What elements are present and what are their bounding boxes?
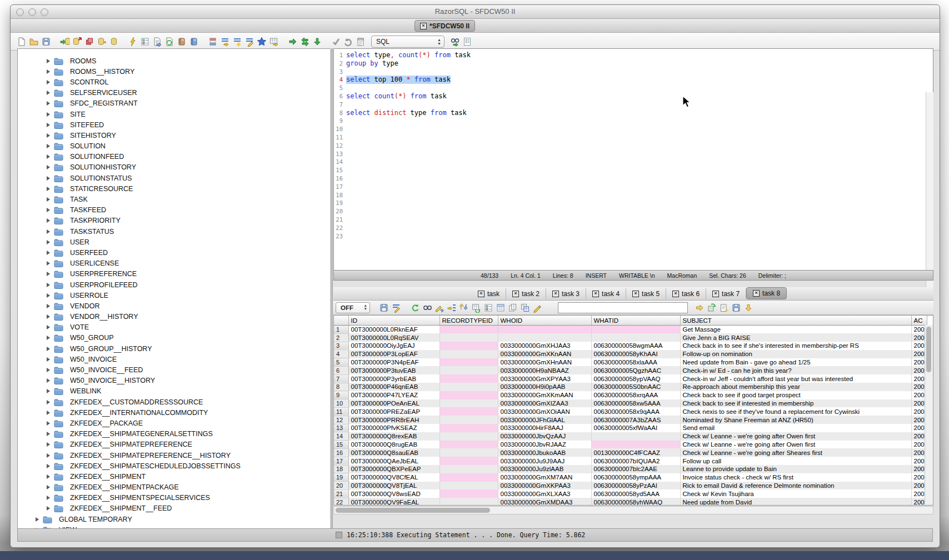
cell-id[interactable]: 00T3000000PfvKSEAZ <box>348 424 439 432</box>
editor-line-6[interactable]: 6select count(*) from task <box>334 92 933 101</box>
disclosure-triangle-icon[interactable] <box>47 101 50 106</box>
results-tab-task-4[interactable]: ×task 4 <box>586 288 626 299</box>
save-icon[interactable] <box>730 302 742 313</box>
cell-whatid[interactable]: 006300000058xrqAAA <box>591 391 680 399</box>
table-row[interactable]: 800T3000000P46qnEAB0033000000H9i0pAAB006… <box>334 383 927 391</box>
cell-whoid[interactable]: 0033000000GmXMDAA3 <box>498 498 591 506</box>
cell-whoid[interactable]: 0033000000GmXKPAA3 <box>498 482 591 490</box>
cell-id[interactable]: 00T3000000QV8CfEAL <box>348 473 439 482</box>
sql-editor[interactable]: 1select type, count(*) from task2group b… <box>333 48 933 272</box>
tree-item-userrole[interactable]: USERROLE <box>18 290 330 301</box>
copy-icon[interactable] <box>507 302 519 313</box>
cell-subject[interactable]: Check w/ Kevin Tsujihara <box>680 489 911 498</box>
disclosure-triangle-icon[interactable] <box>47 368 50 372</box>
editor-line-9[interactable]: 9 <box>334 117 933 125</box>
disclosure-triangle-icon[interactable] <box>47 378 50 383</box>
notepad-plus-icon[interactable] <box>718 302 730 313</box>
editor-line-7[interactable]: 7 <box>334 101 933 109</box>
cell-whatid[interactable]: 00630000005xfWaAAI <box>591 424 680 432</box>
cell-recordtypeid[interactable] <box>439 333 498 342</box>
tree-item-site[interactable]: SITE <box>18 109 330 119</box>
cell-whatid[interactable] <box>591 333 680 342</box>
tree-item-zkfedex-customaddresssource[interactable]: ZKFEDEX__CUSTOMADDRESSSOURCE <box>18 397 330 407</box>
tree-item-rooms[interactable]: ROOMS <box>18 56 330 66</box>
lines-pencil-icon[interactable] <box>243 36 256 47</box>
lines-plus-icon[interactable] <box>231 36 243 47</box>
table-page-icon[interactable] <box>495 302 507 313</box>
table-row[interactable]: 2100T3000000QV8wsEAD0033000000GmXLXAA300… <box>334 489 927 498</box>
cell-whoid[interactable]: 0033000000GmXPYAA3 <box>498 374 591 383</box>
table-row[interactable]: 1100T3000000PREZaEAP0033000000GmXOiAAN00… <box>334 407 927 416</box>
cell-recordtypeid[interactable] <box>439 350 498 358</box>
tab-close-icon[interactable]: × <box>478 291 485 297</box>
tree-item-zkfedex-shipment[interactable]: ZKFEDEX__SHIPMENT <box>18 471 330 482</box>
editor-line-22[interactable]: 22 <box>334 224 933 232</box>
disclosure-triangle-icon[interactable] <box>47 187 50 191</box>
cell-id[interactable]: 00T3000000QAeJbEAL <box>348 457 439 465</box>
cell-subject[interactable]: Need update from Bain - gave go ahead 1/… <box>680 358 911 367</box>
colored-list-icon[interactable] <box>207 36 219 47</box>
tab-close-icon[interactable]: × <box>712 291 719 297</box>
close-button[interactable] <box>16 8 24 16</box>
editor-line-16[interactable]: 16 <box>334 174 933 183</box>
cell-id[interactable]: 00T3000000P3N4pEAF <box>348 358 439 367</box>
editor-line-19[interactable]: 19 <box>334 199 933 207</box>
results-tab-task-7[interactable]: ×task 7 <box>706 288 746 299</box>
tree-item-taskpriority[interactable]: TASKPRIORITY <box>18 216 330 226</box>
editor-line-4[interactable]: 4select top 100 * from task <box>334 76 933 84</box>
editor-line-5[interactable]: 5 <box>334 84 933 92</box>
blue-book-icon[interactable] <box>188 36 200 47</box>
tree-item-taskstatus[interactable]: TASKSTATUS <box>18 226 330 237</box>
cell-id[interactable]: 00T3000000Q8rugEAB <box>348 441 439 449</box>
disclosure-triangle-icon[interactable] <box>47 442 50 447</box>
column-header-whoid[interactable]: WHOID <box>498 316 591 326</box>
cell-recordtypeid[interactable] <box>439 407 498 416</box>
tree-item-taskfeed[interactable]: TASKFEED <box>18 205 330 216</box>
cell-recordtypeid[interactable] <box>439 399 498 408</box>
cell-whatid[interactable] <box>591 441 680 449</box>
table-row[interactable]: 500T3000000P3N4pEAF0033000000GmXHnAAN006… <box>334 358 927 367</box>
disclosure-triangle-icon[interactable] <box>47 464 50 468</box>
column-header-whatid[interactable]: WHATID <box>591 316 680 326</box>
cell-recordtypeid[interactable] <box>439 498 498 506</box>
cell-whatid[interactable]: 006300000058yKhAAI <box>591 350 680 358</box>
cell-subject[interactable]: Check-in w/ Jeff - couldn't afford last … <box>680 374 911 383</box>
editor-line-15[interactable]: 15 <box>334 166 933 174</box>
disclosure-triangle-icon[interactable] <box>47 133 50 138</box>
table-row[interactable]: 1200T3000000PRR8rEAH0033000000JFhGlAAL00… <box>334 416 927 424</box>
disclosure-triangle-icon[interactable] <box>47 411 50 415</box>
checklist-icon[interactable] <box>139 36 151 47</box>
disclosure-triangle-icon[interactable] <box>47 325 50 329</box>
cell-recordtypeid[interactable] <box>439 432 498 441</box>
disclosure-triangle-icon[interactable] <box>47 123 50 127</box>
disclosure-triangle-icon[interactable] <box>47 154 50 159</box>
editor-line-2[interactable]: 2group by type <box>334 59 933 68</box>
cell-id[interactable]: 00T3000000QBXPeEAP <box>348 465 439 473</box>
vertical-scroll-thumb[interactable] <box>926 327 931 372</box>
tab-close-icon[interactable]: × <box>753 290 760 297</box>
auto-commit-select[interactable]: OFF▲▼ <box>336 302 370 313</box>
cell-id[interactable]: 00T3000000POeAnEAL <box>348 399 439 408</box>
tree-item-userpreference[interactable]: USERPREFERENCE <box>18 269 330 279</box>
save-icon[interactable] <box>40 36 52 47</box>
cell-subject[interactable]: Check back in to see if she's interested… <box>680 342 911 350</box>
table-arrow-icon[interactable] <box>268 36 280 47</box>
editor-line-3[interactable]: 3 <box>334 68 933 76</box>
disclosure-triangle-icon[interactable] <box>47 485 50 489</box>
database-add-icon[interactable] <box>96 36 108 47</box>
lightning-icon[interactable] <box>127 36 139 47</box>
star-icon[interactable] <box>256 36 268 47</box>
tree-item-solutionhistory[interactable]: SOLUTIONHISTORY <box>18 162 330 173</box>
gray-undo-icon[interactable] <box>342 36 354 47</box>
cell-subject[interactable]: Nominated by Shane Freeman at ANZ (HR50) <box>680 416 911 424</box>
editor-line-23[interactable]: 23 <box>334 232 933 241</box>
tree-item-zkfedex-shipmatepreference-history[interactable]: ZKFEDEX__SHIPMATEPREFERENCE__HISTORY <box>18 450 330 461</box>
cell-id[interactable]: 00T3000000P46qnEAB <box>348 383 439 391</box>
document-tab[interactable]: × *SFDCW50 II <box>414 20 475 32</box>
tree-splitter[interactable] <box>330 48 333 528</box>
green-arrow-right-icon[interactable] <box>287 36 299 47</box>
table-row[interactable]: 400T3000000P3LopEAF0033000000GmXKnAAN006… <box>334 350 927 358</box>
editor-line-18[interactable]: 18 <box>334 191 933 199</box>
tree-item-userprofilefeed[interactable]: USERPROFILEFEED <box>18 279 330 290</box>
checklist-icon[interactable] <box>482 302 495 313</box>
